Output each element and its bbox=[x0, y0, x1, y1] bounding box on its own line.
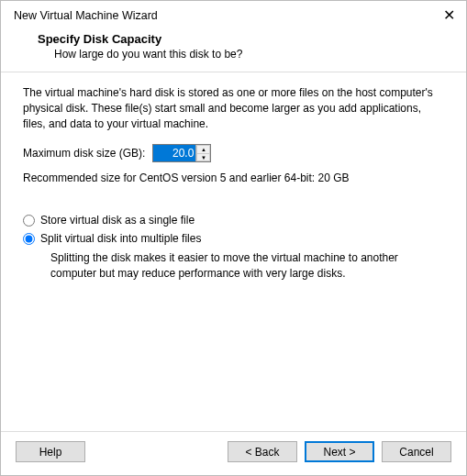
disk-size-label: Maximum disk size (GB): bbox=[23, 147, 145, 160]
spinner-up-icon[interactable]: ▲ bbox=[196, 145, 210, 153]
radio-single-input[interactable] bbox=[23, 215, 35, 227]
wizard-content: The virtual machine's hard disk is store… bbox=[1, 72, 466, 431]
wizard-header: Specify Disk Capacity How large do you w… bbox=[1, 28, 466, 72]
page-title: Specify Disk Capacity bbox=[38, 32, 444, 46]
wizard-footer: Help < Back Next > Cancel bbox=[1, 431, 466, 475]
back-button[interactable]: < Back bbox=[228, 441, 297, 462]
radio-split-input[interactable] bbox=[23, 233, 35, 245]
disk-size-row: Maximum disk size (GB): ▲ ▼ bbox=[23, 144, 444, 162]
next-button[interactable]: Next > bbox=[305, 441, 374, 462]
description-text: The virtual machine's hard disk is store… bbox=[23, 85, 444, 131]
radio-split-files[interactable]: Split virtual disk into multiple files bbox=[23, 232, 444, 245]
titlebar: New Virtual Machine Wizard ✕ bbox=[1, 1, 466, 28]
disk-size-input[interactable] bbox=[153, 145, 195, 161]
window-title: New Virtual Machine Wizard bbox=[14, 9, 158, 22]
disk-size-spinner: ▲ ▼ bbox=[152, 144, 211, 162]
radio-single-label: Store virtual disk as a single file bbox=[40, 214, 195, 227]
split-help-text: Splitting the disk makes it easier to mo… bbox=[50, 250, 444, 282]
page-subtitle: How large do you want this disk to be? bbox=[54, 48, 444, 61]
radio-split-label: Split virtual disk into multiple files bbox=[40, 232, 201, 245]
cancel-button[interactable]: Cancel bbox=[382, 441, 451, 462]
help-button[interactable]: Help bbox=[16, 441, 85, 462]
spinner-buttons: ▲ ▼ bbox=[195, 145, 210, 161]
recommended-text: Recommended size for CentOS version 5 an… bbox=[23, 172, 444, 184]
wizard-window: New Virtual Machine Wizard ✕ Specify Dis… bbox=[0, 0, 467, 476]
spinner-down-icon[interactable]: ▼ bbox=[196, 153, 210, 162]
close-icon[interactable]: ✕ bbox=[443, 8, 455, 23]
radio-single-file[interactable]: Store virtual disk as a single file bbox=[23, 214, 444, 227]
